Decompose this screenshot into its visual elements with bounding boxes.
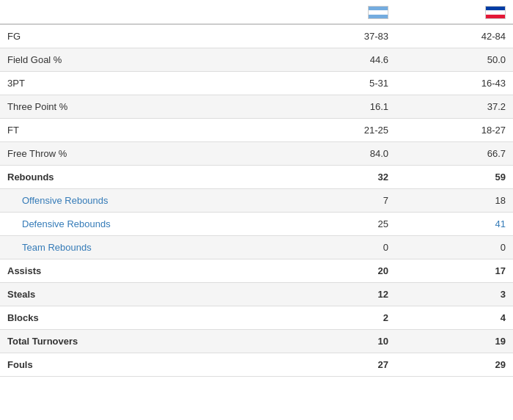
- table-row: Assists2017: [0, 259, 513, 283]
- team2-value-team-reb: 0: [410, 236, 513, 259]
- table-row: Total Turnovers1019: [0, 330, 513, 353]
- team1-value-ft: 21-25: [308, 119, 410, 142]
- table-row: Three Point %16.137.2: [0, 95, 513, 119]
- table-row: Free Throw %84.066.7: [0, 142, 513, 166]
- team1-value-off-reb: 7: [308, 189, 410, 213]
- header-team2-flag: [410, 0, 513, 24]
- stat-label-rebounds: Rebounds: [0, 166, 308, 189]
- team1-value-ft-pct: 84.0: [308, 142, 410, 166]
- stat-label-def-reb: Defensive Rebounds: [0, 213, 308, 236]
- team1-value-def-reb: 25: [308, 213, 410, 236]
- table-row: 3PT5-3116-43: [0, 72, 513, 95]
- team2-value-3pt-pct: 37.2: [410, 95, 513, 119]
- team2-value-3pt: 16-43: [410, 72, 513, 95]
- stat-label-assists: Assists: [0, 259, 308, 283]
- table-row: Offensive Rebounds718: [0, 189, 513, 213]
- team1-value-steals: 12: [308, 283, 410, 306]
- stat-label-ft: FT: [0, 119, 308, 142]
- stat-label-steals: Steals: [0, 283, 308, 306]
- table-row: Team Rebounds00: [0, 236, 513, 259]
- table-row: Steals123: [0, 283, 513, 306]
- team1-value-fg-pct: 44.6: [308, 48, 410, 72]
- team1-value-rebounds: 32: [308, 166, 410, 189]
- team2-value-def-reb: 41: [410, 213, 513, 236]
- team2-value-ft-pct: 66.7: [410, 142, 513, 166]
- team1-value-3pt-pct: 16.1: [308, 95, 410, 119]
- table-row: Defensive Rebounds2541: [0, 213, 513, 236]
- matchup-table: FG37-8342-84Field Goal %44.650.03PT5-311…: [0, 0, 513, 377]
- stat-label-fouls: Fouls: [0, 353, 308, 377]
- stat-label-3pt: 3PT: [0, 72, 308, 95]
- table-row: FT21-2518-27: [0, 119, 513, 142]
- argentina-flag-icon: [368, 6, 388, 19]
- team2-value-assists: 17: [410, 259, 513, 283]
- table-row: Rebounds3259: [0, 166, 513, 189]
- team2-value-off-reb: 18: [410, 189, 513, 213]
- team2-value-fg: 42-84: [410, 24, 513, 48]
- team2-value-turnovers: 19: [410, 330, 513, 353]
- team1-value-fg: 37-83: [308, 24, 410, 48]
- team1-value-fouls: 27: [308, 353, 410, 377]
- stat-label-blocks: Blocks: [0, 306, 308, 330]
- stat-label-3pt-pct: Three Point %: [0, 95, 308, 119]
- slovenia-flag-icon: [485, 6, 506, 19]
- table-row: Field Goal %44.650.0: [0, 48, 513, 72]
- table-row: Fouls2729: [0, 353, 513, 377]
- team2-value-fg-pct: 50.0: [410, 48, 513, 72]
- stat-label-off-reb: Offensive Rebounds: [0, 189, 308, 213]
- stat-label-ft-pct: Free Throw %: [0, 142, 308, 166]
- team1-value-turnovers: 10: [308, 330, 410, 353]
- team2-value-ft: 18-27: [410, 119, 513, 142]
- header-matchup-label: [0, 0, 308, 24]
- stat-label-fg: FG: [0, 24, 308, 48]
- stat-label-fg-pct: Field Goal %: [0, 48, 308, 72]
- team1-value-3pt: 5-31: [308, 72, 410, 95]
- stat-label-team-reb: Team Rebounds: [0, 236, 308, 259]
- team2-value-rebounds: 59: [410, 166, 513, 189]
- stat-label-turnovers: Total Turnovers: [0, 330, 308, 353]
- table-row: Blocks24: [0, 306, 513, 330]
- team2-value-steals: 3: [410, 283, 513, 306]
- table-row: FG37-8342-84: [0, 24, 513, 48]
- team1-value-team-reb: 0: [308, 236, 410, 259]
- team2-value-fouls: 29: [410, 353, 513, 377]
- team1-value-assists: 20: [308, 259, 410, 283]
- header-team1-flag: [308, 0, 410, 24]
- table-header: [0, 0, 513, 24]
- team2-value-blocks: 4: [410, 306, 513, 330]
- team1-value-blocks: 2: [308, 306, 410, 330]
